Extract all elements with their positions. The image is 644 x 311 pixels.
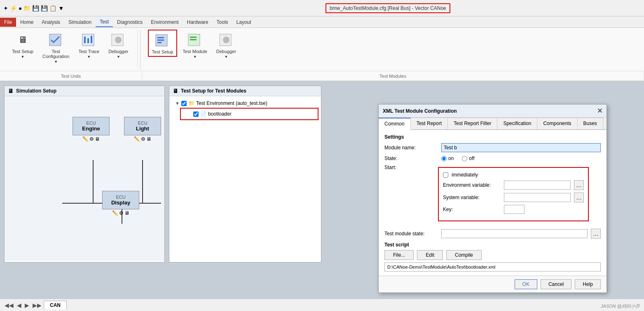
- lightning-icon[interactable]: ⚡: [10, 5, 17, 12]
- ribbon-btn-test-module[interactable]: Test Module▼: [179, 30, 211, 61]
- script-file-button[interactable]: File...: [384, 250, 414, 260]
- start-label: Start:: [384, 165, 438, 170]
- dialog-close-button[interactable]: ✕: [597, 107, 602, 115]
- window-title: bmw_AutoTestModule.cfg [Real Bus] - Vect…: [326, 3, 450, 13]
- nav-first-icon[interactable]: ◀◀: [3, 302, 15, 309]
- tab-specification[interactable]: Specification: [497, 118, 537, 129]
- test-script-label: Test script: [384, 242, 601, 248]
- test-module-state-browse-button[interactable]: …: [591, 229, 601, 239]
- state-radio-group: on off: [441, 156, 474, 161]
- svg-rect-2: [84, 37, 86, 43]
- sys-var-label: System variable:: [443, 195, 501, 200]
- key-input[interactable]: [504, 205, 525, 214]
- script-buttons: File... Edit Compile: [384, 250, 601, 260]
- tree-item-env[interactable]: ▼ 📁 Test Environment (auto_test.tse): [172, 99, 318, 108]
- ecu-display: ECU Display ✏️ ⚙ 🖥: [102, 191, 139, 216]
- script-edit-button[interactable]: Edit: [417, 250, 443, 260]
- test-trace-icon: [81, 32, 97, 48]
- menu-simulation[interactable]: Simulation: [64, 18, 96, 27]
- ribbon-btn-test-setup2[interactable]: Test Setup: [148, 30, 178, 57]
- menu-layout[interactable]: Layout: [232, 18, 255, 27]
- save2-icon[interactable]: 💾: [41, 5, 48, 12]
- test-module-state-row: Test module state: …: [384, 229, 601, 239]
- light-view-icon[interactable]: 🖥: [146, 136, 151, 142]
- svg-rect-13: [190, 39, 197, 40]
- menu-analysis[interactable]: Analysis: [37, 18, 64, 27]
- env-var-row: Environment variable: …: [443, 180, 584, 190]
- key-row: Key:: [443, 205, 584, 214]
- script-path: D:\CANoe-Demo\TestModule\AutoTest\bootlo…: [384, 262, 601, 272]
- display-view-icon[interactable]: 🖥: [124, 210, 129, 216]
- nav-last-icon[interactable]: ▶▶: [31, 302, 43, 309]
- bootloader-checkbox[interactable]: [193, 111, 199, 117]
- ribbon-btn-test-trace[interactable]: Test Trace▼: [75, 30, 103, 61]
- dialog-titlebar: XML Test Module Configuration ✕: [379, 104, 607, 118]
- debugger2-icon: [218, 32, 234, 48]
- tab-test-report-filter[interactable]: Test Report Filter: [448, 118, 497, 129]
- tab-common[interactable]: Common: [379, 118, 411, 130]
- ribbon-btn-debugger1[interactable]: Debugger▼: [105, 30, 132, 61]
- dialog-tabs: Common Test Report Test Report Filter Sp…: [379, 118, 607, 130]
- ribbon-btn-debugger2[interactable]: Debugger▼: [213, 30, 240, 61]
- ribbon-btn-test-setup[interactable]: 🖥 Test Setup▼: [8, 30, 37, 61]
- test-setup-icon: 🖥: [14, 32, 31, 48]
- state-off-option[interactable]: off: [462, 156, 474, 161]
- status-bar: ◀◀ ◀ ▶ ▶▶ CAN JASON @鸡叫小乔: [0, 299, 644, 311]
- sys-var-input[interactable]: [504, 193, 571, 202]
- menu-file[interactable]: File: [0, 18, 16, 27]
- tree-bootloader-label: bootloader: [208, 111, 232, 117]
- ribbon-btn-test-config[interactable]: TestConfiguration▼: [39, 30, 73, 66]
- test-setup-panel: 🖥 Test Setup for Test Modules ▼ 📁 Test E…: [169, 86, 321, 262]
- help-button[interactable]: Help: [575, 279, 601, 289]
- ok-button[interactable]: OK: [515, 279, 537, 289]
- status-tab-can[interactable]: CAN: [44, 301, 67, 309]
- save-icon[interactable]: 💾: [32, 5, 39, 12]
- state-off-radio[interactable]: [462, 156, 467, 161]
- display-edit-icon[interactable]: ✏️: [112, 210, 118, 216]
- state-on-option[interactable]: on: [441, 156, 454, 161]
- display-config-icon[interactable]: ⚙: [119, 210, 124, 216]
- tab-test-report[interactable]: Test Report: [411, 118, 448, 129]
- engine-config-icon[interactable]: ⚙: [89, 136, 94, 142]
- tab-buses[interactable]: Buses: [578, 118, 603, 129]
- cancel-button[interactable]: Cancel: [541, 279, 571, 289]
- menu-tools[interactable]: Tools: [213, 18, 232, 27]
- state-on-radio[interactable]: [441, 156, 447, 161]
- menu-test[interactable]: Test: [96, 17, 113, 27]
- module-name-input[interactable]: [441, 143, 601, 152]
- menu-hardware[interactable]: Hardware: [183, 18, 213, 27]
- nav-prev-icon[interactable]: ◀: [16, 302, 23, 309]
- menu-home[interactable]: Home: [16, 18, 37, 27]
- immediately-label: immediately: [452, 172, 478, 178]
- env-var-label: Environment variable:: [443, 182, 501, 188]
- test-config-icon: [48, 32, 64, 48]
- engine-view-icon[interactable]: 🖥: [95, 136, 100, 142]
- open-icon[interactable]: 📁: [23, 5, 30, 12]
- nav-next-icon[interactable]: ▶: [23, 302, 30, 309]
- bootloader-icon: 📄: [200, 111, 206, 117]
- env-var-browse-button[interactable]: …: [574, 180, 584, 190]
- immediately-checkbox[interactable]: [443, 172, 448, 178]
- circle-icon[interactable]: ●: [19, 5, 22, 12]
- state-label: State:: [384, 156, 438, 161]
- test-module-state-input[interactable]: [441, 229, 588, 238]
- light-config-icon[interactable]: ⚙: [141, 136, 145, 142]
- light-edit-icon[interactable]: ✏️: [134, 136, 140, 142]
- engine-edit-icon[interactable]: ✏️: [82, 136, 89, 142]
- ecu-engine: ECU Engine ✏️ ⚙ 🖥: [73, 117, 110, 142]
- svg-rect-3: [87, 38, 89, 43]
- dropdown-icon[interactable]: ▼: [58, 5, 64, 12]
- env-checkbox[interactable]: [181, 101, 187, 106]
- svg-point-15: [223, 37, 229, 43]
- sys-var-browse-button[interactable]: …: [574, 193, 584, 202]
- clipboard-icon[interactable]: 📋: [49, 5, 56, 12]
- sim-canvas: ECU Engine ✏️ ⚙ 🖥 ECU Light ✏️ ⚙: [5, 96, 164, 261]
- tree-item-bootloader[interactable]: 📄 bootloader: [182, 109, 317, 118]
- menu-diagnostics[interactable]: Diagnostics: [113, 18, 147, 27]
- tree-bootloader-container: 📄 bootloader: [180, 108, 318, 120]
- env-var-input[interactable]: [504, 181, 571, 190]
- script-compile-button[interactable]: Compile: [446, 250, 482, 260]
- menu-environment[interactable]: Environment: [147, 18, 183, 27]
- tab-components[interactable]: Components: [537, 118, 577, 129]
- tree-expand-icon[interactable]: ▼: [175, 101, 180, 106]
